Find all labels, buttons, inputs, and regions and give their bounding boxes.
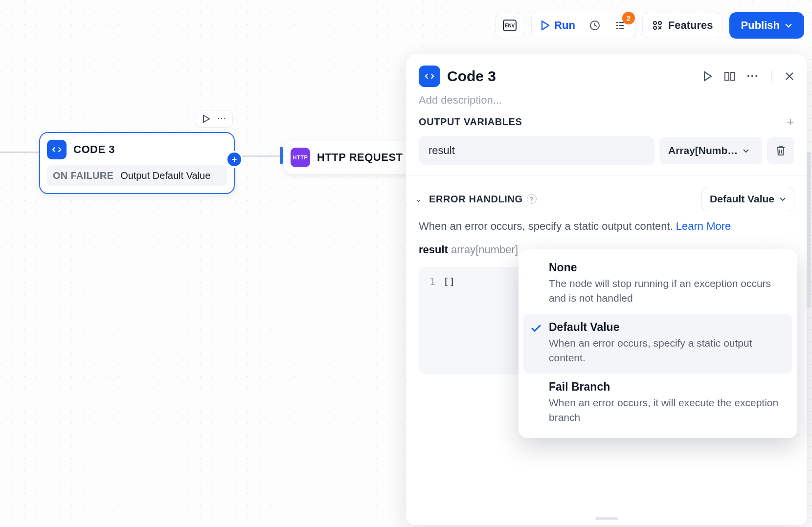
option-desc: The node will stop running if an excepti… — [549, 276, 784, 306]
edge-handle — [280, 147, 283, 164]
node-more-icon[interactable]: ··· — [217, 113, 227, 124]
publish-label: Publish — [741, 19, 780, 32]
features-button[interactable]: Features — [642, 13, 722, 38]
play-icon — [541, 20, 550, 31]
scrollbar-thumb[interactable] — [807, 152, 811, 308]
separator — [771, 70, 772, 83]
option-desc: When an error occurs, specify a static o… — [549, 336, 784, 366]
option-title: None — [549, 261, 784, 274]
dropdown-option-fail-branch[interactable]: Fail Branch When an error occurs, it wil… — [523, 373, 792, 433]
svg-text:ENV: ENV — [505, 23, 515, 28]
add-output-icon[interactable]: + — [787, 114, 794, 130]
node-header: HTTP HTTP REQUEST — [291, 148, 419, 167]
node-title: HTTP REQUEST — [317, 151, 403, 164]
error-handling-select[interactable]: Default Value — [701, 187, 794, 211]
result-key: result — [419, 243, 448, 256]
node-header: CODE 3 — [47, 140, 227, 159]
delete-output-button[interactable] — [767, 137, 794, 164]
edge-in — [0, 152, 40, 153]
docs-icon[interactable] — [723, 70, 736, 82]
checklist-badge: 2 — [622, 12, 635, 24]
output-type-label: Array[Numb… — [668, 145, 738, 156]
svg-point-5 — [654, 26, 656, 29]
panel-header: Code 3 ··· — [406, 54, 807, 91]
result-type: array[number] — [451, 243, 518, 256]
close-icon[interactable] — [785, 71, 794, 81]
error-handling-row: ⌄ ERROR HANDLING ? Default Value — [406, 185, 807, 211]
node-title: CODE 3 — [73, 143, 115, 156]
error-select-label: Default Value — [710, 193, 774, 205]
history-icon — [589, 20, 601, 31]
learn-more-link[interactable]: Learn More — [676, 220, 731, 232]
more-icon[interactable]: ··· — [747, 70, 759, 83]
top-toolbar: ENV Run 2 Features Publish — [495, 12, 804, 39]
dropdown-option-none[interactable]: None The node will stop running if an ex… — [523, 254, 792, 314]
output-section-title: OUTPUT VARIABLES + — [406, 112, 807, 130]
description-input[interactable]: Add description... — [406, 91, 807, 115]
code-gutter: 1 — [419, 267, 440, 374]
panel-run-icon[interactable] — [703, 71, 713, 82]
error-handling-dropdown: None The node will stop running if an ex… — [519, 249, 797, 438]
code-icon — [419, 66, 440, 87]
http-icon: HTTP — [291, 148, 310, 167]
svg-point-4 — [658, 22, 661, 24]
option-title: Default Value — [549, 321, 784, 334]
failure-label: ON FAILURE — [53, 170, 113, 181]
dropdown-option-default-value[interactable]: Default Value When an error occurs, spec… — [523, 314, 792, 373]
features-label: Features — [668, 19, 713, 32]
output-variable-row: result Array[Numb… — [406, 130, 807, 176]
error-text: When an error occurs, specify a static o… — [419, 220, 676, 232]
svg-point-3 — [654, 22, 656, 24]
output-type-select[interactable]: Array[Numb… — [659, 137, 762, 164]
node-context-toolbar: ··· — [196, 110, 233, 128]
error-section-title: ERROR HANDLING ? — [429, 194, 537, 205]
option-desc: When an error occurs, it will execute th… — [549, 395, 784, 425]
chevron-down-icon — [785, 22, 792, 29]
error-handling-body: When an error occurs, specify a static o… — [406, 211, 807, 233]
checklist-button[interactable]: 2 — [609, 16, 632, 35]
collapse-icon[interactable]: ⌄ — [412, 194, 425, 204]
add-connection-handle[interactable]: + — [227, 153, 241, 166]
output-name-input[interactable]: result — [419, 136, 654, 165]
node-code3[interactable]: CODE 3 ON FAILURE Output Default Value + — [39, 132, 235, 194]
run-label: Run — [554, 19, 575, 32]
panel-title[interactable]: Code 3 — [447, 68, 696, 85]
code-content[interactable]: [] — [440, 267, 455, 374]
run-button[interactable]: Run — [535, 15, 581, 36]
check-icon — [530, 323, 542, 334]
code-icon — [47, 140, 67, 159]
node-http-request[interactable]: HTTP HTTP REQUEST — [284, 141, 426, 174]
panel-actions: ··· — [703, 70, 794, 83]
panel-resize-handle[interactable] — [595, 517, 618, 520]
history-button[interactable] — [583, 16, 607, 35]
chevron-down-icon — [779, 196, 786, 202]
failure-value: Output Default Value — [120, 170, 210, 181]
help-icon[interactable]: ? — [527, 194, 537, 204]
node-failure-badge: ON FAILURE Output Default Value — [47, 165, 227, 186]
divider — [406, 176, 807, 176]
node-run-icon[interactable] — [201, 113, 212, 124]
edge-between — [235, 155, 284, 157]
run-group: Run 2 — [531, 12, 635, 39]
features-icon — [652, 20, 663, 31]
publish-button[interactable]: Publish — [729, 12, 804, 39]
chevron-down-icon — [743, 147, 749, 154]
option-title: Fail Branch — [549, 380, 784, 394]
env-button[interactable]: ENV — [495, 13, 524, 38]
